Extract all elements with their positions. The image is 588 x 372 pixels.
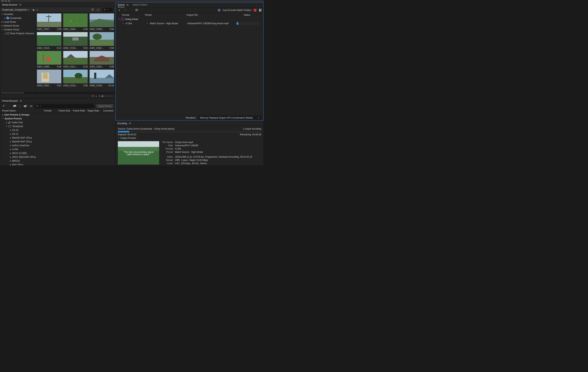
svg-rect-29 (63, 51, 88, 58)
preset-group-icon[interactable] (13, 104, 16, 108)
tree-local-drives[interactable]: Local Drives (0, 20, 36, 24)
thumb-view-icon[interactable]: ▪ (95, 95, 97, 97)
zoom-knob-icon[interactable] (99, 95, 101, 97)
tree-favorites[interactable]: Favorites (0, 12, 36, 16)
preset-broadcast[interactable]: Broadcast (0, 124, 115, 128)
sort-asc-icon[interactable]: ↑ (16, 110, 17, 112)
preset-item[interactable]: JPEG 2000 MXF OP1a (0, 155, 115, 159)
thumb-item[interactable]: A004_C010_0924...2:06 (63, 70, 88, 87)
min-traffic-icon[interactable] (5, 0, 7, 2)
preset-item[interactable]: AS-10 (0, 128, 115, 132)
max-traffic-icon[interactable] (8, 0, 10, 2)
preset-settings-icon[interactable] (18, 104, 22, 108)
format-dropdown[interactable]: ▾ (122, 22, 125, 25)
remove-preset-icon[interactable]: − (8, 104, 11, 108)
panel-menu-icon[interactable] (129, 123, 131, 124)
thumb-item[interactable]: A005_C029_0925...13:14 (90, 70, 114, 87)
output-path-link[interactable]: /Volumes/PNY 128GB/Going Home.mp4 (187, 22, 235, 25)
thumb-item[interactable]: A001_C037_0921...2:08 (37, 13, 61, 31)
premiere-icon: Pr (121, 18, 124, 21)
search-icon (36, 105, 39, 107)
tab-queue[interactable]: Queue (118, 3, 125, 7)
output-preview-thumb: "The best documentary aboutLatin America… (118, 141, 159, 165)
team-projects-icon (7, 32, 9, 35)
auto-encode-label: Auto-Encode Watch Folders (223, 9, 252, 11)
tree-network-drives[interactable]: Network Drives (0, 24, 36, 28)
panel-menu-icon[interactable] (20, 4, 21, 5)
chevron-down-icon[interactable] (118, 137, 119, 139)
breadcrumb[interactable]: Guatemala_GoingHome (2, 9, 29, 11)
add-preset-icon[interactable]: +▾ (2, 104, 6, 108)
tab-watch-folders[interactable]: Watch Folders (133, 3, 147, 7)
preset-export-icon[interactable] (29, 104, 32, 108)
queue-settings-icon[interactable] (123, 9, 127, 12)
list-view-icon[interactable]: ☰ (91, 95, 94, 97)
queue-group[interactable]: Pr Going Home (116, 17, 263, 21)
chevron-down-icon: ▼ (107, 9, 108, 11)
add-source-icon[interactable]: + (118, 9, 121, 12)
svg-point-0 (97, 9, 99, 11)
queue-item[interactable]: ▾ H.264 ▾ Match Source - High bitrate /V… (116, 21, 263, 26)
thumb-item[interactable]: A001_C064_0922...4:08 (63, 13, 88, 31)
media-search-input[interactable]: ▼ (102, 8, 113, 12)
media-tree: Favorites Guatamala Local Drives Network… (0, 12, 36, 92)
preset-search-input[interactable]: ▼ (34, 104, 94, 108)
folder-icon (7, 17, 9, 19)
svg-rect-50 (30, 105, 32, 107)
tree-fav-child[interactable]: Guatamala (0, 16, 36, 20)
tree-creative-cloud[interactable]: Creative Cloud (0, 28, 36, 32)
apply-preset-button[interactable]: Apply Preset (96, 104, 113, 108)
close-traffic-icon[interactable] (1, 0, 4, 2)
remove-item-icon[interactable]: − (129, 9, 133, 12)
preset-item[interactable]: AS-11 (0, 132, 115, 136)
svg-line-3 (105, 10, 106, 11)
panel-menu-icon[interactable] (126, 4, 128, 6)
panel-menu-icon[interactable] (20, 100, 22, 102)
stop-queue-button[interactable] (254, 9, 256, 11)
auto-encode-checkbox[interactable]: ✓ (218, 9, 220, 11)
ingest-icon[interactable] (96, 8, 100, 11)
preset-item[interactable]: MXF OP1a (0, 163, 115, 165)
filter-icon[interactable] (91, 8, 94, 11)
thumb-item[interactable]: A003_C092_0923...6:08 (90, 51, 114, 68)
renderer-row: Renderer: Mercury Playback Engine GPU Ac… (116, 115, 263, 120)
queue-panel: Queue Watch Folders + − ✓ Auto-Encode Wa… (115, 2, 264, 121)
svg-text:Latin America in years": Latin America in years" (127, 153, 150, 156)
tree-team-projects[interactable]: Team Projects Versions (0, 32, 36, 35)
h-scrollbar[interactable] (0, 92, 115, 94)
svg-point-51 (37, 105, 38, 106)
main-grid: Media Browser Guatemala_GoingHome ◀ ▶ ▼ (0, 2, 264, 165)
queue-tabs: Queue Watch Folders (116, 2, 263, 8)
preset-group-user[interactable]: User Presets & Groups (0, 113, 115, 117)
preset-item[interactable]: DNxHR MXF OP1a (0, 140, 115, 144)
media-browser-panel: Media Browser Guatemala_GoingHome ◀ ▶ ▼ (0, 2, 115, 98)
chevron-down-icon (28, 9, 29, 11)
preset-item[interactable]: DNxHD MXF OP1a (0, 136, 115, 140)
preset-dropdown[interactable]: ▾ (146, 22, 149, 25)
preset-audio-only[interactable]: 🔊Audio Only (0, 120, 115, 124)
svg-rect-22 (73, 37, 79, 41)
preset-item[interactable]: GoPro CineForm (0, 144, 115, 148)
duplicate-icon[interactable] (135, 9, 138, 12)
chevron-down-icon (258, 117, 259, 119)
preset-item[interactable]: HEVC (H.265) (0, 151, 115, 155)
svg-point-25 (93, 34, 102, 40)
renderer-select[interactable]: Mercury Playback Engine GPU Acceleration… (198, 116, 262, 120)
thumb-item[interactable]: A002_C009_09222...3:04 (90, 13, 114, 31)
nav-back-icon[interactable]: ◀ (31, 8, 35, 11)
thumb-item[interactable]: A003_C021_0923...6:18 (63, 51, 88, 68)
nav-forward-icon[interactable]: ▶ (36, 8, 39, 11)
thumb-item[interactable]: A004_C002_0924...3:02 (37, 70, 61, 87)
preset-group-system[interactable]: System Presets (0, 117, 115, 120)
preset-item[interactable]: H.264 (0, 148, 115, 151)
pause-queue-button[interactable] (259, 9, 262, 11)
preset-toolbar: +▾ − ▼ Apply Preset (0, 103, 115, 109)
thumb-item[interactable]: A002_C052_0922...3:04 (90, 32, 114, 49)
thumb-size-slider[interactable] (102, 96, 113, 96)
thumb-item[interactable]: A002_C086_0922...4:04 (37, 51, 61, 68)
preset-item[interactable]: MPEG2 (0, 159, 115, 163)
thumb-item[interactable]: A002_C018_0922...3:02 (63, 32, 88, 49)
thumb-item[interactable]: A002_C018_0922...8:13 (37, 32, 61, 49)
preset-import-icon[interactable] (24, 104, 27, 108)
renderer-label: Renderer: (186, 117, 196, 119)
